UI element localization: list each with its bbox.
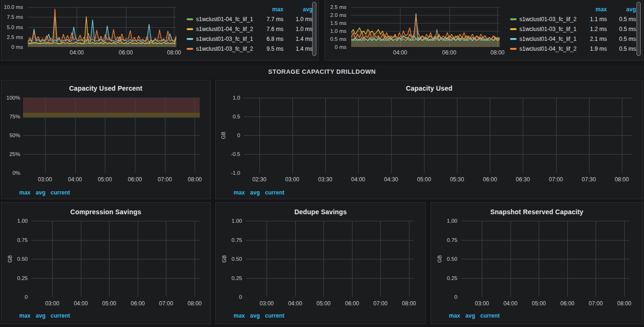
x-tick-label: 06:00 (123, 300, 153, 307)
y-axis-unit-label: GB (437, 255, 444, 263)
legend-series-name[interactable]: s1wclust01-04_fc_lif_1 (196, 16, 255, 23)
legend-row: s1wclust01-03_fc_lif_11.2 ms0.5 ms (510, 24, 636, 34)
y-tick-label: 10.0 ms (1, 4, 23, 10)
legend-links: maxavgcurrent (234, 188, 290, 195)
legend-row: s1wclust01-04_fc_lif_12.1 ms0.5 ms (510, 34, 636, 44)
x-tick-label: 08:00 (180, 300, 210, 307)
legend-link-avg[interactable]: avg (250, 312, 260, 319)
legend-scrollbar[interactable] (636, 2, 641, 56)
x-tick-label: 04:00 (385, 49, 415, 56)
x-tick-label: 05:00 (308, 300, 338, 307)
x-tick-label: 05:00 (409, 176, 439, 183)
y-tick-label: -1.0 (216, 170, 240, 176)
legend-link-max[interactable]: max (234, 189, 245, 196)
plot-area[interactable] (351, 7, 500, 47)
legend-series-name[interactable]: s1wclust01-03_fc_lif_1 (519, 26, 579, 32)
y-tick-label: 75% (1, 113, 20, 120)
panel-title[interactable]: Compression Savings (1, 208, 210, 216)
legend-link-current[interactable]: current (265, 189, 284, 196)
legend-link-current[interactable]: current (480, 312, 500, 319)
panel-capacity-used: Capacity Used maxavgcurrent -1.0-0.500.5… (215, 80, 643, 199)
plot-area[interactable] (246, 221, 414, 297)
legend-series-name[interactable]: s1wclust01-03_fc_lif_2 (519, 16, 579, 23)
x-tick-label: 03:00 (467, 300, 497, 307)
y-tick-label: 100% (1, 94, 20, 101)
x-tick-label: 06:30 (508, 176, 538, 183)
legend-row: s1wclust01-04_fc_lif_21.9 ms0.5 ms (510, 44, 636, 54)
legend-link-avg[interactable]: avg (465, 312, 475, 319)
y-tick-label: 0.75 (431, 237, 457, 243)
legend-series-name[interactable]: s1wclust01-04_fc_lif_1 (519, 36, 579, 42)
panel-title[interactable]: Capacity Used (216, 85, 643, 92)
legend-header-avg[interactable]: avg (607, 6, 636, 13)
y-tick-label: 0 ms (1, 44, 23, 50)
series-fill-s1wclust01-04_fc_lif_2 (351, 16, 500, 47)
plot-area[interactable] (31, 221, 199, 297)
legend-links: maxavgcurrent (19, 311, 75, 319)
legend-header-max[interactable]: max (579, 6, 607, 13)
panel-title[interactable]: Capacity Used Percent (1, 85, 210, 92)
x-tick-label: 04:00 (66, 300, 96, 307)
y-tick-label: 0 (431, 294, 457, 300)
y-tick-label: 0.25 (431, 275, 457, 281)
x-tick-label: 08:00 (609, 300, 639, 307)
legend-link-avg[interactable]: avg (36, 312, 46, 319)
row-header-storage-capacity-drilldown[interactable]: STORAGE CAPACITY DRILLDOWN (0, 65, 644, 79)
y-tick-label: 1.00 (431, 218, 457, 224)
legend-series-avg: 0.5 ms (607, 26, 636, 32)
legend-header-row: maxavg (187, 4, 313, 14)
x-tick-label: 07:00 (365, 300, 395, 307)
panel-title[interactable]: Dedupe Savings (216, 208, 425, 216)
panel-title[interactable]: Snapshot Reserved Capacity (431, 208, 643, 216)
legend-links: maxavgcurrent (449, 311, 505, 319)
y-tick-label: 1.00 (1, 218, 28, 224)
x-tick-label: 07:00 (541, 176, 571, 183)
x-tick-label: 07:00 (581, 300, 611, 307)
legend-series-avg: 0.5 ms (607, 36, 636, 42)
legend-series-max: 6.8 ms (255, 36, 283, 42)
x-tick-label: 08:00 (180, 176, 210, 183)
legend-series-name[interactable]: s1wclust01-04_fc_lif_2 (196, 26, 255, 32)
legend-link-current[interactable]: current (51, 312, 70, 319)
series-color-dash-icon[interactable] (187, 28, 193, 30)
x-tick-label: 05:00 (524, 300, 554, 307)
legend-series-name[interactable]: s1wclust01-04_fc_lif_2 (519, 46, 579, 52)
legend-series-max: 7.6 ms (255, 26, 283, 32)
legend-series-max: 1.1 ms (579, 16, 607, 23)
series-color-dash-icon[interactable] (510, 18, 517, 20)
series-color-dash-icon[interactable] (510, 38, 517, 40)
y-tick-label: 0.25 (1, 275, 28, 281)
series-color-dash-icon[interactable] (187, 38, 193, 40)
x-tick-label: 07:00 (151, 300, 181, 307)
legend-link-max[interactable]: max (449, 312, 460, 319)
x-tick-label: 06:00 (475, 176, 505, 183)
x-tick-label: 05:00 (90, 176, 120, 183)
series-color-dash-icon[interactable] (187, 18, 193, 20)
x-tick-label: 03:00 (37, 300, 67, 307)
legend-series-name[interactable]: s1wclust01-03_fc_lif_1 (196, 36, 255, 42)
series-color-dash-icon[interactable] (510, 28, 517, 30)
x-tick-label: 08:00 (482, 49, 512, 56)
legend-link-max[interactable]: max (19, 189, 31, 196)
y-tick-label: 0 (216, 294, 242, 300)
x-tick-label: 04:00 (60, 176, 90, 183)
legend-header-max[interactable]: max (255, 6, 283, 13)
plot-area[interactable] (244, 98, 633, 173)
legend-link-max[interactable]: max (19, 312, 31, 319)
legend-header-avg[interactable]: avg (283, 6, 313, 13)
y-tick-label: 1.0 (216, 94, 240, 101)
legend-link-current[interactable]: current (265, 312, 284, 319)
plot-area[interactable] (23, 98, 200, 173)
plot-area[interactable] (28, 7, 176, 47)
legend-scrollbar[interactable] (312, 2, 316, 56)
legend-row: s1wclust01-03_fc_lif_21.1 ms0.5 ms (510, 14, 636, 24)
legend-row: s1wclust01-03_fc_lif_16.8 ms1.4 ms (187, 34, 313, 44)
legend-link-current[interactable]: current (51, 189, 70, 196)
plot-area[interactable] (461, 221, 629, 297)
x-tick-label: 03:00 (251, 300, 282, 307)
threshold-band (23, 98, 200, 113)
legend-link-avg[interactable]: avg (36, 189, 46, 196)
legend-link-max[interactable]: max (234, 312, 245, 319)
legend-series-name[interactable]: s1wclust01-03_fc_lif_2 (196, 46, 255, 52)
legend-link-avg[interactable]: avg (250, 189, 260, 196)
